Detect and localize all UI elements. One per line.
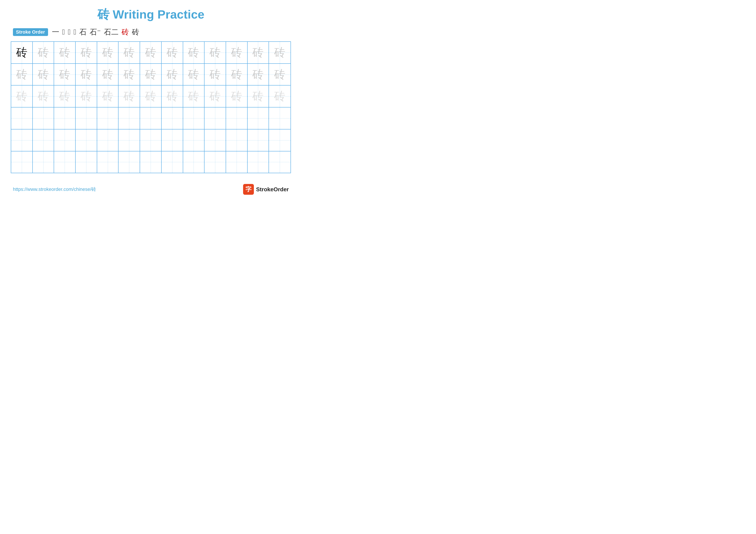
grid-cell-2-2[interactable]: 砖 (33, 64, 54, 85)
grid-cell-2-13[interactable]: 砖 (269, 64, 290, 85)
grid-cell-5-9[interactable] (183, 129, 205, 151)
grid-cell-1-2[interactable]: 砖 (33, 42, 54, 63)
grid-cell-2-8[interactable]: 砖 (162, 64, 183, 85)
grid-cell-6-8[interactable] (162, 151, 183, 173)
grid-cell-3-10[interactable]: 砖 (204, 86, 226, 107)
grid-cell-6-5[interactable] (97, 151, 119, 173)
stroke-4: 𠄌 (73, 28, 76, 36)
grid-row-1: 砖 砖 砖 砖 砖 砖 砖 砖 砖 砖 砖 砖 砖 (11, 42, 290, 64)
grid-cell-4-10[interactable] (204, 108, 226, 129)
stroke-3: 𠃍 (68, 28, 70, 36)
grid-cell-2-11[interactable]: 砖 (226, 64, 248, 85)
grid-cell-4-7[interactable] (140, 108, 162, 129)
grid-cell-4-1[interactable] (11, 108, 33, 129)
grid-cell-4-12[interactable] (248, 108, 269, 129)
grid-cell-3-3[interactable]: 砖 (54, 86, 76, 107)
grid-cell-4-8[interactable] (162, 108, 183, 129)
grid-cell-5-13[interactable] (269, 129, 290, 151)
grid-cell-5-11[interactable] (226, 129, 248, 151)
grid-cell-1-11[interactable]: 砖 (226, 42, 248, 63)
grid-cell-4-9[interactable] (183, 108, 205, 129)
stroke-7: 石二 (104, 27, 119, 37)
grid-cell-4-2[interactable] (33, 108, 54, 129)
stroke-9: 砖 (132, 27, 139, 37)
grid-cell-2-7[interactable]: 砖 (140, 64, 162, 85)
grid-cell-4-6[interactable] (119, 108, 140, 129)
grid-cell-3-1[interactable]: 砖 (11, 86, 33, 107)
footer-url[interactable]: https://www.strokeorder.com/chinese/砖 (13, 186, 96, 192)
grid-cell-3-5[interactable]: 砖 (97, 86, 119, 107)
grid-cell-6-6[interactable] (119, 151, 140, 173)
grid-row-2: 砖 砖 砖 砖 砖 砖 砖 砖 砖 砖 砖 砖 砖 (11, 64, 290, 86)
grid-cell-1-13[interactable]: 砖 (269, 42, 290, 63)
grid-cell-5-6[interactable] (119, 129, 140, 151)
grid-cell-5-5[interactable] (97, 129, 119, 151)
grid-cell-2-6[interactable]: 砖 (119, 64, 140, 85)
grid-cell-5-3[interactable] (54, 129, 76, 151)
grid-cell-2-12[interactable]: 砖 (248, 64, 269, 85)
grid-cell-5-12[interactable] (248, 129, 269, 151)
grid-cell-3-12[interactable]: 砖 (248, 86, 269, 107)
logo-text: StrokeOrder (256, 186, 289, 193)
grid-cell-2-3[interactable]: 砖 (54, 64, 76, 85)
grid-cell-4-4[interactable] (76, 108, 97, 129)
title-char: 砖 (97, 8, 109, 21)
grid-cell-6-9[interactable] (183, 151, 205, 173)
logo-icon: 字 (243, 184, 254, 195)
grid-cell-3-13[interactable]: 砖 (269, 86, 290, 107)
grid-cell-3-11[interactable]: 砖 (226, 86, 248, 107)
grid-cell-3-6[interactable]: 砖 (119, 86, 140, 107)
grid-cell-1-3[interactable]: 砖 (54, 42, 76, 63)
grid-cell-1-5[interactable]: 砖 (97, 42, 119, 63)
grid-cell-1-7[interactable]: 砖 (140, 42, 162, 63)
stroke-1: 一 (52, 27, 59, 37)
grid-cell-5-2[interactable] (33, 129, 54, 151)
grid-cell-6-10[interactable] (204, 151, 226, 173)
stroke-order-badge: Stroke Order (13, 28, 48, 36)
grid-cell-3-2[interactable]: 砖 (33, 86, 54, 107)
grid-cell-6-12[interactable] (248, 151, 269, 173)
grid-cell-1-10[interactable]: 砖 (204, 42, 226, 63)
stroke-order-row: Stroke Order 一 𠃌 𠃍 𠄌 石 石⁻ 石二 砖 砖 (11, 27, 291, 37)
grid-cell-4-3[interactable] (54, 108, 76, 129)
grid-cell-6-4[interactable] (76, 151, 97, 173)
grid-cell-4-11[interactable] (226, 108, 248, 129)
grid-cell-5-4[interactable] (76, 129, 97, 151)
grid-cell-3-8[interactable]: 砖 (162, 86, 183, 107)
grid-cell-2-4[interactable]: 砖 (76, 64, 97, 85)
grid-cell-1-6[interactable]: 砖 (119, 42, 140, 63)
grid-row-5 (11, 129, 290, 151)
grid-cell-6-11[interactable] (226, 151, 248, 173)
stroke-5: 石 (79, 27, 87, 37)
grid-cell-5-1[interactable] (11, 129, 33, 151)
grid-cell-1-12[interactable]: 砖 (248, 42, 269, 63)
title-text: Writing Practice (109, 8, 204, 21)
grid-cell-2-9[interactable]: 砖 (183, 64, 205, 85)
grid-cell-1-8[interactable]: 砖 (162, 42, 183, 63)
grid-cell-6-7[interactable] (140, 151, 162, 173)
cell-char-dark: 砖 (16, 47, 27, 58)
grid-row-4 (11, 108, 290, 129)
grid-cell-3-9[interactable]: 砖 (183, 86, 205, 107)
grid-cell-5-7[interactable] (140, 129, 162, 151)
grid-cell-6-3[interactable] (54, 151, 76, 173)
grid-cell-5-10[interactable] (204, 129, 226, 151)
grid-cell-5-8[interactable] (162, 129, 183, 151)
grid-cell-6-1[interactable] (11, 151, 33, 173)
page-title: 砖 Writing Practice (11, 7, 291, 23)
grid-cell-6-2[interactable] (33, 151, 54, 173)
grid-row-6 (11, 151, 290, 173)
grid-cell-2-1[interactable]: 砖 (11, 64, 33, 85)
grid-cell-1-4[interactable]: 砖 (76, 42, 97, 63)
grid-cell-4-13[interactable] (269, 108, 290, 129)
grid-cell-3-4[interactable]: 砖 (76, 86, 97, 107)
stroke-6: 石⁻ (90, 27, 101, 37)
grid-cell-2-5[interactable]: 砖 (97, 64, 119, 85)
grid-cell-1-9[interactable]: 砖 (183, 42, 205, 63)
grid-cell-3-7[interactable]: 砖 (140, 86, 162, 107)
grid-cell-6-13[interactable] (269, 151, 290, 173)
stroke-8: 砖 (122, 27, 129, 37)
grid-cell-1-1[interactable]: 砖 (11, 42, 33, 63)
grid-cell-2-10[interactable]: 砖 (204, 64, 226, 85)
grid-cell-4-5[interactable] (97, 108, 119, 129)
